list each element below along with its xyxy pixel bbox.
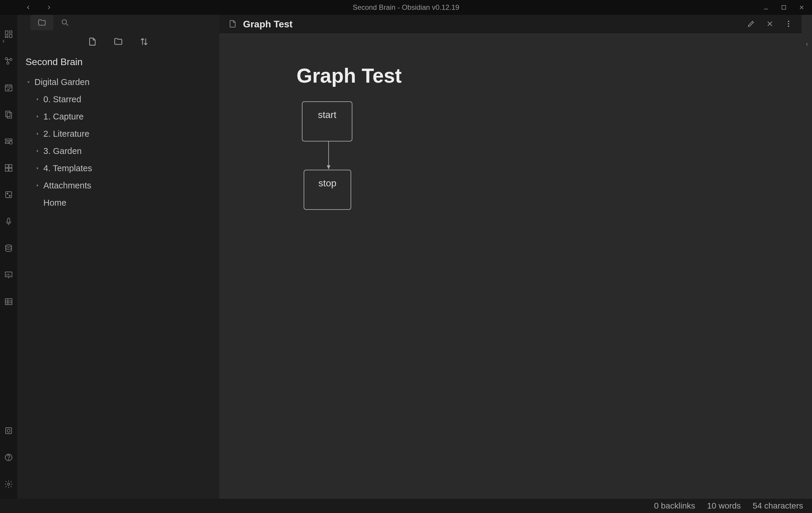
presentation-icon[interactable]: [4, 270, 13, 281]
svg-point-46: [62, 20, 66, 24]
status-backlinks[interactable]: 0 backlinks: [654, 501, 695, 511]
svg-marker-54: [37, 150, 38, 152]
note-heading: Graph Test: [296, 64, 724, 87]
svg-point-9: [10, 58, 12, 61]
chevron-right-icon: [31, 97, 44, 102]
tree-folder[interactable]: 3. Garden: [31, 142, 219, 160]
sort-icon[interactable]: [139, 37, 149, 48]
diagram-node-stop: stop: [303, 170, 351, 210]
audio-recorder-icon[interactable]: [4, 217, 13, 227]
tab-header: Graph Test: [219, 15, 802, 34]
svg-point-21: [9, 141, 12, 144]
close-tab-icon[interactable]: [766, 20, 774, 29]
file-icon: [228, 19, 237, 29]
svg-line-12: [7, 59, 8, 62]
file-tree: Digital Garden 0. Starred 1. Capture 2. …: [17, 74, 219, 211]
dice-icon[interactable]: [4, 190, 13, 200]
svg-marker-55: [37, 167, 38, 169]
settings-icon[interactable]: [4, 480, 13, 490]
svg-rect-32: [5, 272, 12, 277]
note-body: Graph Test start stop: [219, 34, 802, 499]
vault-icon[interactable]: [4, 426, 13, 436]
sidebar: Second Brain Digital Garden 0. Starred 1…: [17, 15, 219, 499]
search-tab[interactable]: [54, 15, 77, 30]
templates-icon[interactable]: [4, 110, 13, 120]
svg-marker-52: [37, 115, 38, 118]
svg-point-10: [7, 62, 9, 64]
daily-note-icon[interactable]: [4, 83, 13, 93]
svg-rect-1: [782, 6, 786, 9]
svg-rect-26: [6, 192, 11, 198]
svg-rect-7: [5, 36, 8, 37]
svg-rect-41: [6, 428, 11, 434]
statusbar: 0 backlinks 10 words 54 characters: [0, 499, 812, 513]
chevron-right-icon: [31, 132, 44, 136]
collapse-right-icon[interactable]: [802, 15, 812, 499]
more-options-icon[interactable]: [784, 20, 793, 29]
svg-point-61: [788, 25, 789, 27]
file-explorer-tab[interactable]: [30, 15, 54, 30]
maximize-button[interactable]: [779, 3, 788, 12]
svg-rect-17: [6, 111, 10, 117]
chevron-down-icon: [23, 80, 34, 84]
svg-rect-19: [5, 139, 12, 141]
tree-folder[interactable]: 1. Capture: [31, 108, 219, 125]
diagram-arrow-icon: [326, 141, 331, 170]
chevron-right-icon: [31, 166, 44, 171]
svg-marker-53: [37, 133, 38, 135]
svg-point-28: [9, 195, 10, 196]
svg-marker-56: [37, 184, 38, 187]
tree-folder[interactable]: 0. Starred: [31, 91, 219, 108]
svg-rect-25: [9, 168, 12, 171]
help-icon[interactable]: [4, 453, 13, 463]
new-folder-icon[interactable]: [114, 37, 123, 48]
diagram-node-start: start: [302, 101, 352, 141]
chevron-right-icon: [31, 149, 44, 153]
tree-folder-label: 4. Templates: [44, 164, 92, 173]
graph-view-icon[interactable]: [4, 56, 13, 66]
collapse-left-icon[interactable]: [1, 39, 6, 45]
svg-line-11: [7, 59, 10, 60]
tree-folder-label: 1. Capture: [44, 112, 84, 121]
table-icon[interactable]: [4, 297, 13, 307]
window-title: Second Brain - Obsidian v0.12.19: [353, 3, 459, 11]
mermaid-diagram: start stop: [296, 101, 386, 220]
svg-point-45: [7, 483, 10, 485]
tree-folder-label: 3. Garden: [44, 146, 82, 156]
svg-rect-13: [5, 85, 12, 91]
tree-folder-root[interactable]: Digital Garden: [23, 74, 219, 91]
tree-file[interactable]: Home: [31, 194, 219, 211]
main-pane: Graph Test Graph Test start: [219, 15, 812, 499]
svg-rect-5: [9, 31, 12, 33]
nav-back-button[interactable]: [24, 3, 33, 12]
svg-marker-63: [327, 165, 330, 169]
minimize-button[interactable]: [761, 3, 771, 12]
tree-folder-label: 2. Literature: [44, 129, 89, 139]
status-charcount: 54 characters: [753, 501, 803, 511]
svg-rect-24: [5, 168, 8, 171]
tree-folder[interactable]: 2. Literature: [31, 125, 219, 142]
tree-folder-label: Attachments: [44, 181, 91, 191]
new-note-icon[interactable]: [88, 37, 97, 48]
ribbon: [0, 15, 17, 499]
command-palette-icon[interactable]: [4, 137, 13, 147]
edit-mode-icon[interactable]: [747, 20, 755, 29]
tree-folder[interactable]: 4. Templates: [31, 160, 219, 177]
titlebar: Second Brain - Obsidian v0.12.19: [0, 0, 812, 15]
vault-name: Second Brain: [17, 54, 219, 74]
svg-rect-22: [5, 165, 8, 168]
svg-rect-20: [5, 142, 9, 144]
svg-point-60: [788, 23, 789, 24]
svg-rect-23: [9, 165, 12, 168]
tree-folder[interactable]: Attachments: [31, 177, 219, 194]
svg-rect-37: [5, 299, 12, 305]
database-icon[interactable]: [4, 244, 13, 254]
svg-rect-6: [9, 34, 12, 37]
workspaces-icon[interactable]: [4, 164, 13, 174]
tree-folder-label: Digital Garden: [34, 77, 89, 87]
svg-point-31: [6, 245, 11, 247]
nav-forward-button[interactable]: [45, 3, 54, 12]
close-window-button[interactable]: [797, 3, 806, 12]
svg-point-44: [8, 459, 9, 459]
quick-switcher-icon[interactable]: [4, 30, 13, 40]
